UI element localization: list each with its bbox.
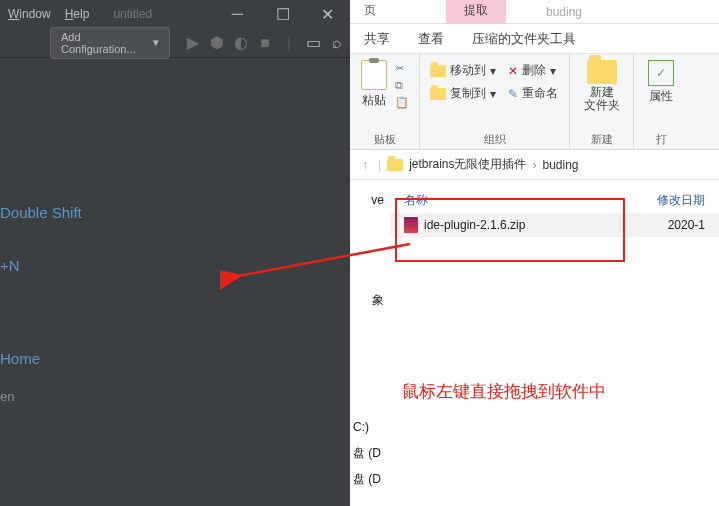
new-folder-button[interactable]: 新建 文件夹 [584,60,620,112]
search-icon[interactable]: ⌕ [330,36,344,50]
subtab-ziptools[interactable]: 压缩的文件夹工具 [472,30,576,48]
close-button[interactable]: ✕ [305,0,350,28]
tab-left[interactable]: 页 [354,0,386,23]
explorer-window: 页 提取 buding 共享 查看 压缩的文件夹工具 粘贴 ✂ ⧉ 📋 贴板 [350,0,719,506]
ide-welcome: Double Shift +N Home en [0,58,350,410]
tab-buding[interactable]: buding [536,1,592,23]
run-icon[interactable]: ▶ [186,36,200,50]
ide-toolbar: Add Configuration... ▾ ▶ ⬢ ◐ ■ | ▭ ⌕ [0,28,350,58]
drive-c: C:) [353,414,381,440]
ribbon-tabs: 共享 查看 压缩的文件夹工具 [350,24,719,54]
col-name[interactable]: 名称 [404,192,624,209]
maximize-button[interactable]: ☐ [260,0,305,28]
tab-extract[interactable]: 提取 [446,0,506,23]
clipboard-group-label: 贴板 [374,130,396,147]
annotation-text: 鼠标左键直接拖拽到软件中 [402,380,606,403]
folder-icon [387,159,403,171]
coverage-icon[interactable]: ◐ [234,36,248,50]
explorer-tabs: 页 提取 buding [350,0,719,24]
up-button[interactable]: ↑ [358,158,372,172]
copy-path-icon[interactable]: ⧉ [395,79,409,92]
subtab-share[interactable]: 共享 [364,30,390,48]
paste-shortcut-icon[interactable]: 📋 [395,96,409,109]
folder-icon [430,65,446,77]
ribbon: 粘贴 ✂ ⧉ 📋 贴板 移动到 ▾ ✕ 删除 ▾ 复制到 ▾ ✎ 重命名 组织 … [350,54,719,150]
new-group-label: 新建 [591,130,613,147]
zip-icon [404,217,418,233]
add-config-label: Add Configuration... [61,31,149,55]
add-configuration-button[interactable]: Add Configuration... ▾ [50,27,170,59]
menu-window[interactable]: WWindowindow [8,7,51,21]
organize-group-label: 组织 [484,130,506,147]
properties-button[interactable]: ✓ 属性 [648,60,674,105]
layout-icon[interactable]: ▭ [306,36,320,50]
open-group-label: 打 [656,130,667,147]
file-list: 名称 修改日期 ide-plugin-2.1.6.zip 2020-1 [350,180,719,237]
breadcrumb-folder[interactable]: jetbrains无限使用插件 [409,156,526,173]
hint-ctrl-n: +N [0,251,350,280]
file-name: ide-plugin-2.1.6.zip [424,218,525,232]
copy-to-button[interactable]: 复制到 ▾ ✎ 重命名 [430,85,558,102]
paste-label: 粘贴 [362,92,386,109]
hint-en: en [0,383,350,410]
folder-icon [430,88,446,100]
cut-icon[interactable]: ✂ [395,62,409,75]
breadcrumb-sub[interactable]: buding [542,158,578,172]
file-date: 2020-1 [668,218,705,232]
drive-d2: 盘 (D [353,466,381,492]
sep-icon: | [282,36,296,50]
hint-double-shift: Double Shift [0,198,350,227]
chevron-down-icon: ▾ [153,36,159,49]
new-folder-label: 新建 文件夹 [584,86,620,112]
menu-help[interactable]: HHelpelp [65,7,90,21]
subtab-view[interactable]: 查看 [418,30,444,48]
drive-labels: C:) 盘 (D 盘 (D [353,388,381,492]
strip-xiang: 象 [352,280,384,320]
drive-d1: 盘 (D [353,440,381,466]
hint-home: Home [0,344,350,373]
clipboard-icon [361,60,387,90]
debug-icon[interactable]: ⬢ [210,36,224,50]
strip-ve: ve [352,180,384,220]
minimize-button[interactable]: ─ [215,0,260,28]
folder-icon [587,60,617,84]
nav-strip: ve 象 [352,180,388,320]
column-headers[interactable]: 名称 修改日期 [390,188,719,213]
ide-titlebar: WWindowindow HHelpelp untitled ─ ☐ ✕ [0,0,350,28]
ide-title: untitled [113,7,152,21]
properties-label: 属性 [649,88,673,105]
paste-button[interactable]: 粘贴 [361,60,387,109]
stop-icon[interactable]: ■ [258,36,272,50]
breadcrumb[interactable]: ↑ | jetbrains无限使用插件 › buding [350,150,719,180]
file-row[interactable]: ide-plugin-2.1.6.zip 2020-1 [390,213,719,237]
move-to-button[interactable]: 移动到 ▾ ✕ 删除 ▾ [430,62,556,79]
check-icon: ✓ [648,60,674,86]
ide-window: WWindowindow HHelpelp untitled ─ ☐ ✕ Add… [0,0,350,506]
col-date[interactable]: 修改日期 [657,192,705,209]
